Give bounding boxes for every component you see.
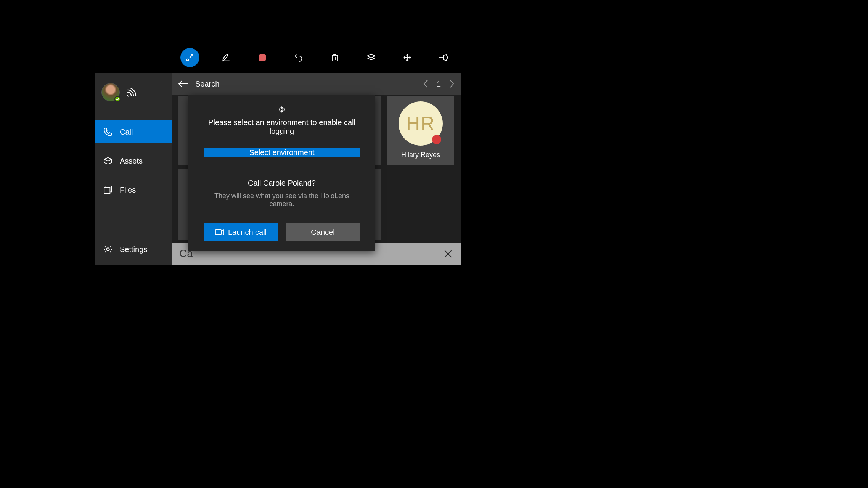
svg-rect-6 <box>215 230 221 235</box>
dialog-divider <box>204 167 360 167</box>
dialog-call-question: Call Carole Poland? <box>248 179 316 188</box>
ink-button[interactable] <box>208 48 244 67</box>
call-dialog: Please select an environment to enable c… <box>188 95 375 251</box>
launch-call-button[interactable]: Launch call <box>204 223 278 241</box>
back-button[interactable] <box>178 80 188 88</box>
back-arrow-icon <box>178 80 188 88</box>
sidebar-item-assets[interactable]: Assets <box>95 149 172 172</box>
sidebar-item-call[interactable]: Call <box>95 120 172 143</box>
pager-prev[interactable] <box>423 80 428 88</box>
hololens-toolbar <box>172 48 461 67</box>
follow-button[interactable] <box>172 48 208 67</box>
sidebar-item-label: Assets <box>120 157 143 165</box>
presence-busy-icon <box>432 135 441 144</box>
user-avatar[interactable] <box>101 83 120 101</box>
phone-icon <box>103 127 113 137</box>
sidebar: Call Assets Files <box>95 73 172 265</box>
layers-button[interactable] <box>353 48 389 67</box>
svg-rect-1 <box>259 54 266 61</box>
sidebar-nav: Call Assets Files <box>95 111 172 234</box>
clear-search-button[interactable] <box>443 249 453 259</box>
chevron-left-icon <box>423 80 428 88</box>
cancel-button[interactable]: Cancel <box>286 223 360 241</box>
pin-icon <box>439 53 448 62</box>
sidebar-item-label: Files <box>120 186 136 194</box>
svg-point-4 <box>106 248 109 251</box>
pager: 1 <box>423 80 455 88</box>
sidebar-header <box>95 73 172 111</box>
ink-icon <box>221 53 231 63</box>
files-icon <box>103 185 113 195</box>
pin-button[interactable] <box>425 48 461 67</box>
presence-available-icon <box>114 96 121 102</box>
page-title: Search <box>195 80 219 88</box>
sidebar-item-label: Call <box>120 128 133 136</box>
contact-initials: HR <box>406 112 435 135</box>
undo-icon <box>294 53 303 62</box>
assets-icon <box>103 156 113 166</box>
pager-number: 1 <box>437 80 441 88</box>
stop-record-icon <box>258 53 267 62</box>
pager-next[interactable] <box>449 80 455 88</box>
stop-record-button[interactable] <box>244 48 280 67</box>
wifi-icon <box>127 88 138 97</box>
select-environment-button[interactable]: Select environment <box>204 148 360 157</box>
sidebar-item-settings[interactable]: Settings <box>95 238 147 261</box>
layers-icon <box>366 53 376 63</box>
svg-rect-3 <box>104 188 110 194</box>
chevron-right-icon <box>449 80 455 88</box>
gear-icon <box>275 106 288 113</box>
move-icon <box>403 53 412 62</box>
contact-name: Hilary Reyes <box>401 151 440 159</box>
move-button[interactable] <box>389 48 425 67</box>
undo-button[interactable] <box>280 48 317 67</box>
gear-icon <box>103 244 113 254</box>
delete-icon <box>330 53 339 62</box>
dialog-call-subtext: They will see what you see via the HoloL… <box>204 192 360 208</box>
svg-point-0 <box>186 59 188 61</box>
delete-button[interactable] <box>317 48 353 67</box>
follow-icon <box>185 53 194 62</box>
contact-card[interactable]: HR Hilary Reyes <box>387 96 454 165</box>
video-icon <box>215 229 224 236</box>
sidebar-item-label: Settings <box>120 245 147 254</box>
svg-point-5 <box>281 109 283 111</box>
topbar: Search 1 <box>172 73 461 95</box>
contact-avatar: HR <box>399 101 443 146</box>
close-icon <box>443 249 453 259</box>
svg-marker-2 <box>367 54 375 58</box>
dialog-environment-message: Please select an environment to enable c… <box>204 118 360 136</box>
sidebar-item-files[interactable]: Files <box>95 178 172 201</box>
